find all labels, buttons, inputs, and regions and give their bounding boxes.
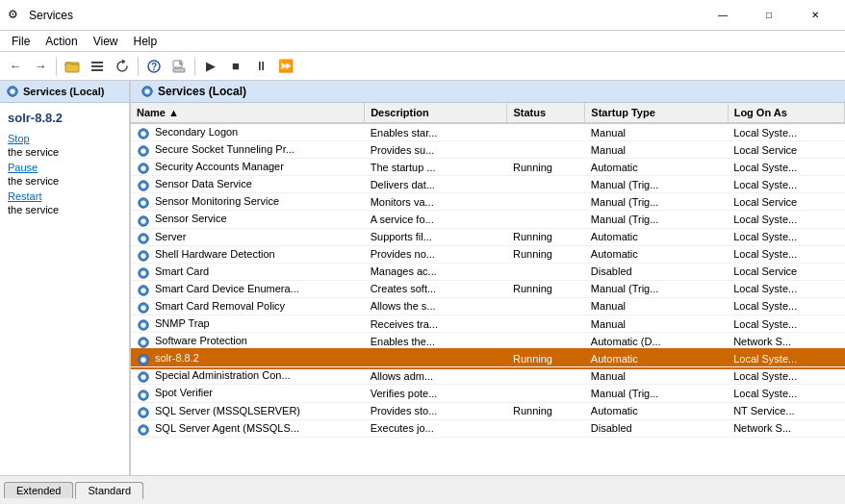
toolbar-play[interactable]: ▶	[199, 55, 222, 78]
svg-point-29	[141, 270, 145, 275]
col-header-desc[interactable]: Description	[365, 103, 507, 123]
col-header-logon[interactable]: Log On As	[728, 103, 844, 123]
toolbar-sep-1	[56, 57, 57, 76]
toolbar-export[interactable]	[167, 55, 191, 78]
table-row[interactable]: SQL Server (MSSQLSERVER) Provides sto...…	[131, 402, 845, 419]
toolbar-stop[interactable]: ■	[224, 55, 247, 78]
table-row[interactable]: Sensor Service A service fo... Manual (T…	[131, 211, 845, 228]
service-icon	[137, 301, 152, 313]
toolbar-help[interactable]: ?	[142, 55, 166, 78]
svg-point-47	[141, 427, 145, 432]
cell-desc: Monitors va...	[365, 193, 507, 211]
table-row[interactable]: SQL Server Agent (MSSQLS... Executes jo.…	[131, 419, 845, 437]
cell-name: Software Protection	[131, 333, 365, 350]
cell-startup: Manual	[585, 315, 728, 333]
cell-desc: Provides no...	[365, 245, 507, 263]
menu-view[interactable]: View	[86, 31, 126, 51]
status-bar: Extended Standard	[0, 475, 845, 504]
table-row[interactable]: Software Protection Enables the... Autom…	[131, 333, 845, 350]
table-row[interactable]: Smart Card Manages ac... Disabled Local …	[131, 263, 845, 280]
toolbar: ← → ? ▶ ■ ⏸ ⏩	[0, 52, 845, 81]
table-row[interactable]: Smart Card Removal Policy Allows the s..…	[131, 297, 845, 315]
cell-startup: Manual (Trig...	[585, 385, 728, 402]
cell-startup: Manual	[585, 123, 728, 141]
left-panel: Services (Local) solr-8.8.2 Stop the ser…	[0, 81, 130, 475]
table-row[interactable]: SNMP Trap Receives tra... Manual Local S…	[131, 315, 845, 333]
svg-point-43	[141, 392, 145, 397]
service-icon	[137, 232, 152, 243]
svg-point-33	[141, 305, 145, 310]
table-row[interactable]: Special Administration Con... Allows adm…	[131, 367, 845, 385]
service-icon	[137, 144, 152, 156]
cell-startup: Automatic	[585, 228, 728, 245]
table-row[interactable]: Sensor Data Service Delivers dat... Manu…	[131, 176, 845, 193]
toolbar-pause[interactable]: ⏸	[249, 55, 272, 78]
cell-status: Running	[507, 280, 585, 297]
table-row[interactable]: Secure Socket Tunneling Pr... Provides s…	[131, 141, 845, 159]
tab-standard[interactable]: Standard	[75, 482, 143, 499]
svg-point-13	[141, 131, 145, 136]
table-row[interactable]: Server Supports fil... Running Automatic…	[131, 228, 845, 245]
minimize-button[interactable]: —	[701, 0, 745, 31]
table-row[interactable]: Security Accounts Manager The startup ..…	[131, 159, 845, 176]
cell-status	[507, 211, 585, 228]
cell-status: Running	[507, 228, 585, 245]
right-panel-header: Services (Local)	[130, 81, 845, 103]
cell-desc: Verifies pote...	[365, 385, 507, 402]
cell-status: Running	[507, 350, 585, 367]
maximize-button[interactable]: □	[747, 0, 791, 31]
cell-startup: Automatic (D...	[585, 333, 728, 350]
cell-logon: Local Syste...	[728, 367, 844, 385]
table-row[interactable]: Spot Verifier Verifies pote... Manual (T…	[131, 385, 845, 402]
service-icon	[137, 318, 152, 330]
cell-startup: Automatic	[585, 350, 728, 367]
stop-service-text: the service	[8, 146, 59, 158]
cell-startup: Automatic	[585, 402, 728, 419]
cell-name: Secure Socket Tunneling Pr...	[131, 141, 365, 159]
menu-file[interactable]: File	[4, 31, 38, 51]
services-tbody: Secondary Logon Enables star... Manual L…	[131, 123, 845, 437]
toolbar-list[interactable]	[86, 55, 109, 78]
toolbar-restart[interactable]: ⏩	[274, 55, 297, 78]
col-header-startup[interactable]: Startup Type	[585, 103, 728, 123]
col-header-name[interactable]: Name ▲	[131, 103, 365, 123]
cell-logon: Local Service	[728, 263, 844, 280]
table-row[interactable]: Shell Hardware Detection Provides no... …	[131, 245, 845, 263]
col-header-status[interactable]: Status	[507, 103, 585, 123]
cell-status	[507, 141, 585, 159]
toolbar-back[interactable]: ←	[4, 55, 27, 78]
table-row[interactable]: solr-8.8.2 Running Automatic Local Syste…	[131, 350, 845, 367]
cell-startup: Manual (Trig...	[585, 193, 728, 211]
toolbar-folder[interactable]	[61, 55, 84, 78]
restart-service-text: the service	[8, 204, 59, 215]
cell-desc: Manages ac...	[365, 263, 507, 280]
pause-service-link[interactable]: Pause	[8, 162, 121, 173]
restart-service-link[interactable]: Restart	[8, 190, 121, 202]
cell-startup: Automatic	[585, 245, 728, 263]
service-icon	[137, 214, 152, 226]
svg-point-27	[141, 253, 145, 258]
cell-name: Shell Hardware Detection	[131, 245, 365, 263]
title-bar: ⚙ Services — □ ✕	[0, 0, 845, 31]
svg-rect-3	[91, 69, 103, 71]
menu-action[interactable]: Action	[38, 31, 85, 51]
svg-point-9	[10, 88, 14, 93]
tab-extended[interactable]: Extended	[4, 482, 73, 498]
services-table-wrapper[interactable]: Name ▲ Description Status Startup Type L…	[130, 103, 845, 475]
stop-service-link[interactable]: Stop	[8, 133, 121, 144]
toolbar-refresh[interactable]	[111, 55, 134, 78]
cell-startup: Manual	[585, 297, 728, 315]
left-panel-header: Services (Local)	[0, 81, 129, 103]
cell-status	[507, 176, 585, 193]
menu-help[interactable]: Help	[126, 31, 166, 51]
svg-point-15	[141, 149, 145, 154]
table-row[interactable]: Smart Card Device Enumera... Creates sof…	[131, 280, 845, 297]
cell-desc: The startup ...	[365, 159, 507, 176]
table-row[interactable]: Sensor Monitoring Service Monitors va...…	[131, 193, 845, 211]
toolbar-forward[interactable]: →	[29, 55, 52, 78]
close-button[interactable]: ✕	[793, 0, 837, 31]
cell-name: Spot Verifier	[131, 385, 365, 402]
cell-status	[507, 263, 585, 280]
svg-rect-6	[173, 68, 185, 72]
table-row[interactable]: Secondary Logon Enables star... Manual L…	[131, 123, 845, 141]
